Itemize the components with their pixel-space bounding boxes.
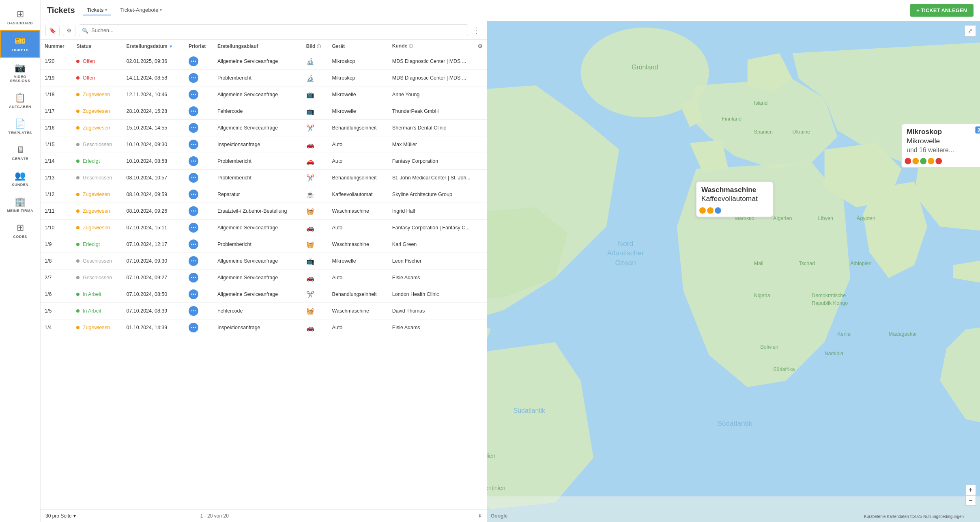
cell-ablauf: Allgemeine Serviceanfrage — [213, 53, 302, 70]
cell-datum: 07.10.2024, 09:30 — [122, 253, 185, 270]
cell-nummer: 1/9 — [41, 236, 72, 253]
zoom-in-button[interactable]: + — [965, 485, 976, 495]
sidebar-item-kunden[interactable]: 👥 KUNDEN — [0, 166, 40, 192]
action-button[interactable]: ··· — [189, 90, 198, 99]
table-row[interactable]: 1/6 In Arbeit 07.10.2024, 08:50 ··· Allg… — [41, 286, 487, 303]
new-ticket-button[interactable]: + TICKET ANLEGEN — [910, 4, 974, 17]
cell-nummer: 1/17 — [41, 103, 72, 120]
table-row[interactable]: 1/19 Offen 14.11.2024, 08:58 ··· Problem… — [41, 70, 487, 86]
map-svg: Nord Atlantischer Ozean Südatlantik Kolu… — [487, 21, 980, 522]
search-input[interactable] — [79, 24, 468, 36]
table-row[interactable]: 1/8 Geschlossen 07.10.2024, 09:30 ··· Al… — [41, 253, 487, 270]
action-button[interactable]: ··· — [189, 123, 198, 133]
action-button[interactable]: ··· — [189, 156, 198, 166]
cell-prioritat: ··· — [185, 236, 213, 253]
svg-text:Island: Island — [754, 100, 768, 106]
action-button[interactable]: ··· — [189, 239, 198, 249]
action-button[interactable]: ··· — [189, 190, 198, 199]
table-row[interactable]: 1/12 Zugewiesen 08.10.2024, 09:59 ··· Re… — [41, 186, 487, 203]
download-icon[interactable]: ⬇ — [478, 513, 482, 519]
action-button[interactable]: ··· — [189, 106, 198, 116]
filter-button[interactable]: ⚙ — [63, 25, 75, 36]
search-icon: 🔍 — [82, 27, 88, 33]
table-footer: 30 pro Seite ▾ 1 - 20 von 20 ⬇ — [41, 509, 487, 522]
map-zoom-controls: + − — [965, 485, 976, 506]
tab-tickets-label: Tickets — [87, 7, 104, 13]
col-bild: Bild ⓘ — [302, 40, 328, 53]
cell-status: Erledigt — [72, 153, 122, 170]
zoom-out-button[interactable]: − — [965, 495, 976, 506]
sidebar-item-tickets[interactable]: 🎫 TICKETS — [0, 30, 40, 58]
col-datum[interactable]: Erstellungsdatum ▼ — [122, 40, 185, 53]
tab-tickets[interactable]: Tickets ▾ — [83, 5, 112, 15]
cell-nummer: 1/15 — [41, 136, 72, 153]
action-button[interactable]: ··· — [189, 306, 198, 316]
table-row[interactable]: 2/7 Geschlossen 07.10.2024, 09:27 ··· Al… — [41, 270, 487, 286]
cell-prioritat: ··· — [185, 70, 213, 86]
svg-point-42 — [715, 207, 721, 214]
svg-point-47 — [905, 158, 911, 164]
cell-gerat: Mikroskop — [328, 53, 388, 70]
cell-prioritat: ··· — [185, 286, 213, 303]
action-button[interactable]: ··· — [189, 323, 198, 332]
action-button[interactable]: ··· — [189, 73, 198, 83]
sidebar-item-dashboard[interactable]: ⊞ DASHBOARD — [0, 4, 40, 30]
svg-text:Ozean: Ozean — [615, 259, 636, 267]
table-row[interactable]: 1/20 Offen 02.01.2025, 09:36 ··· Allgeme… — [41, 53, 487, 70]
sidebar-item-gerate[interactable]: 🖥 GERÄTE — [0, 140, 40, 166]
table-row[interactable]: 1/14 Erledigt 10.10.2024, 08:58 ··· Prob… — [41, 153, 487, 170]
cell-datum: 10.10.2024, 08:58 — [122, 153, 185, 170]
table-row[interactable]: 1/16 Zugewiesen 15.10.2024, 14:55 ··· Al… — [41, 120, 487, 136]
cell-bild: 🚗 — [302, 270, 328, 286]
sidebar-item-templates[interactable]: 📄 TEMPLATES — [0, 114, 40, 140]
dashboard-icon: ⊞ — [17, 9, 24, 19]
sidebar-item-aufgaben[interactable]: 📋 AUFGABEN — [0, 88, 40, 114]
table-row[interactable]: 1/18 Zugewiesen 12.11.2024, 10:46 ··· Al… — [41, 86, 487, 103]
cell-status: Erledigt — [72, 236, 122, 253]
table-row[interactable]: 1/5 In Arbeit 07.10.2024, 08:39 ··· Fehl… — [41, 303, 487, 319]
action-button[interactable]: ··· — [189, 206, 198, 216]
table-row[interactable]: 1/9 Erledigt 07.10.2024, 12:17 ··· Probl… — [41, 236, 487, 253]
sidebar-item-meine-firma[interactable]: 🏢 MEINE FIRMA — [0, 192, 40, 218]
cell-status: Zugewiesen — [72, 120, 122, 136]
per-page-select[interactable]: 30 pro Seite ▾ — [45, 513, 76, 519]
sidebar-item-video-sessions[interactable]: 📷 VIDEO SESSIONS — [0, 58, 40, 88]
cell-nummer: 1/14 — [41, 153, 72, 170]
tickets-table-container: Nummer Status Erstellungsdatum ▼ Prioria… — [41, 40, 487, 509]
action-button[interactable]: ··· — [189, 223, 198, 233]
cell-datum: 07.10.2024, 15:11 — [122, 220, 185, 236]
action-button[interactable]: ··· — [189, 140, 198, 149]
cell-datum: 02.01.2025, 09:36 — [122, 53, 185, 70]
table-row[interactable]: 1/11 Zugewiesen 08.10.2024, 09:26 ··· Er… — [41, 203, 487, 220]
cell-datum: 08.10.2024, 09:59 — [122, 186, 185, 203]
svg-text:Südatlantik: Südatlantik — [514, 407, 545, 414]
bookmark-button[interactable]: 🔖 — [45, 25, 60, 36]
cell-kunde: David Thomas — [388, 303, 487, 319]
action-button[interactable]: ··· — [189, 289, 198, 299]
table-row[interactable]: 1/13 Geschlossen 08.10.2024, 10:57 ··· P… — [41, 170, 487, 186]
sidebar-item-codes[interactable]: ⊞ CODES — [0, 218, 40, 244]
more-options-icon[interactable]: ⋮ — [471, 26, 482, 35]
cell-bild: 📺 — [302, 253, 328, 270]
cell-gerat: Auto — [328, 136, 388, 153]
cell-prioritat: ··· — [185, 220, 213, 236]
table-row[interactable]: 1/10 Zugewiesen 07.10.2024, 15:11 ··· Al… — [41, 220, 487, 236]
cell-kunde: Leon Fischer — [388, 253, 487, 270]
action-button[interactable]: ··· — [189, 56, 198, 66]
cell-gerat: Kaffeevollautomat — [328, 186, 388, 203]
table-row[interactable]: 1/17 Zugewiesen 28.10.2024, 15:28 ··· Fe… — [41, 103, 487, 120]
action-button[interactable]: ··· — [189, 256, 198, 266]
map-expand-button[interactable]: ⤢ — [965, 25, 976, 37]
cell-nummer: 1/11 — [41, 203, 72, 220]
table-row[interactable]: 1/4 Zugewiesen 01.10.2024, 14:39 ··· Ins… — [41, 319, 487, 336]
cell-kunde: Fantasy Corporation — [388, 153, 487, 170]
cell-nummer: 1/19 — [41, 70, 72, 86]
tab-ticket-angebote[interactable]: Ticket-Angebote ▾ — [116, 5, 166, 15]
table-row[interactable]: 1/15 Geschlossen 10.10.2024, 09:30 ··· I… — [41, 136, 487, 153]
action-button[interactable]: ··· — [189, 273, 198, 283]
sidebar-label-firma: MEINE FIRMA — [7, 209, 33, 213]
cell-gerat: Waschmaschine — [328, 236, 388, 253]
action-button[interactable]: ··· — [189, 173, 198, 183]
cell-status: Zugewiesen — [72, 103, 122, 120]
sidebar-label-kunden: KUNDEN — [12, 183, 29, 187]
